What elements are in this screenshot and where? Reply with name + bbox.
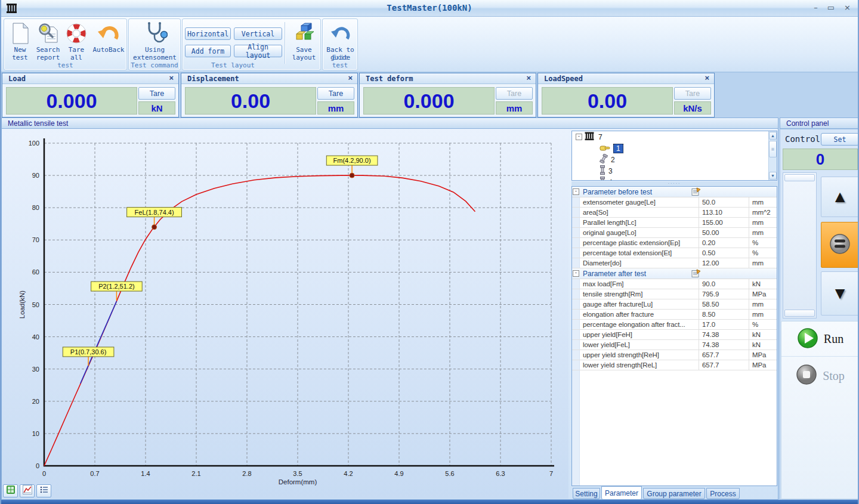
control-panel-title: Control panel: [786, 119, 829, 128]
vertical-button[interactable]: Vertical: [234, 27, 282, 40]
display-title-test-deform: Test deform: [366, 75, 413, 83]
tare-all-button[interactable]: Tare all: [63, 21, 89, 61]
display-close-icon-loadspeed[interactable]: ×: [704, 73, 709, 82]
svg-text:20: 20: [32, 398, 39, 405]
param-row[interactable]: Parallel length[Lc]155.00mm: [572, 218, 777, 228]
param-value: 74.38: [699, 340, 749, 350]
specimen-icon: [600, 177, 605, 181]
tree-scroll-down-icon[interactable]: ▼: [769, 172, 777, 180]
close-button[interactable]: ×: [844, 3, 851, 12]
param-section-collapse-icon-1[interactable]: -: [573, 270, 579, 277]
horizontal-button[interactable]: Horizontal: [185, 27, 231, 40]
display-side-displacement: Taremm: [317, 87, 354, 115]
param-row[interactable]: original gauge[Lo]50.00mm: [572, 228, 777, 238]
param-row[interactable]: Diameter[do]12.00mm: [572, 258, 777, 268]
svg-text:100: 100: [29, 140, 39, 147]
param-value: 113.10: [699, 208, 749, 218]
add-form-button[interactable]: Add form: [185, 45, 231, 57]
tree-item-label-4: 4: [608, 178, 613, 181]
jog-stop-button[interactable]: [821, 222, 859, 268]
display-close-icon-displacement[interactable]: ×: [348, 73, 353, 82]
param-unit: mm: [749, 228, 777, 238]
curve-view-button[interactable]: [20, 484, 35, 497]
param-row[interactable]: tensile strength[Rm]795.9MPa: [572, 289, 777, 299]
tree-root-item[interactable]: -7: [572, 131, 777, 143]
new-test-button[interactable]: New test: [7, 21, 33, 61]
autoback-button[interactable]: AutoBack: [91, 21, 126, 54]
jog-down-icon: ▼: [832, 285, 848, 302]
tree-item-2[interactable]: 2: [572, 154, 777, 165]
param-row[interactable]: area[So]113.10mm^2: [572, 208, 777, 218]
tree-params-splitter[interactable]: ·····: [571, 181, 777, 186]
svg-text:FeL(1.8,74.4): FeL(1.8,74.4): [135, 209, 174, 216]
param-row[interactable]: extensometer gauge[Le]50.0mm: [572, 197, 777, 208]
speed-slider[interactable]: [783, 172, 817, 319]
search-report-button[interactable]: Search report: [34, 21, 62, 61]
param-row[interactable]: max load[Fm]90.0kN: [572, 279, 777, 289]
param-row[interactable]: percentage plastic extension[Ep]0.20%: [572, 238, 777, 248]
param-unit: %: [749, 248, 777, 258]
save-layout-label: Save layout: [288, 46, 320, 61]
param-row[interactable]: percentage total extension[Et]0.50%: [572, 248, 777, 258]
param-value: 795.9: [699, 289, 749, 299]
param-section-header-0[interactable]: -Parameter before test: [572, 187, 777, 197]
display-close-icon-test-deform[interactable]: ×: [526, 73, 531, 82]
param-section-header-1[interactable]: -Parameter after test: [572, 268, 777, 279]
list-view-icon: [39, 485, 49, 497]
align-layout-button[interactable]: Align layout: [234, 45, 282, 57]
minimize-button[interactable]: –: [814, 3, 818, 12]
tare-button-displacement[interactable]: Tare: [317, 87, 354, 100]
param-unit: mm: [749, 258, 777, 268]
param-row[interactable]: lower yield strength[ReL]657.7MPa: [572, 360, 777, 370]
slider-bottom-handle[interactable]: [784, 310, 815, 317]
tab-group-parameter[interactable]: Group parameter: [643, 488, 705, 499]
window-frame-bottom: [1, 500, 858, 504]
group-test-layout: Horizontal Vertical Add form Align layou…: [182, 18, 321, 70]
param-unit: kN: [749, 279, 777, 289]
tree-scrollbar[interactable]: ▲ ≡ ▼: [768, 131, 777, 180]
stop-button[interactable]: Stop: [781, 358, 858, 393]
tare-button-loadspeed[interactable]: Tare: [674, 87, 711, 100]
jog-up-button[interactable]: ▲: [821, 177, 859, 217]
tab-setting[interactable]: Setting: [573, 488, 600, 499]
param-section-collapse-icon-0[interactable]: -: [573, 188, 579, 195]
param-unit: mm: [749, 197, 777, 208]
tree-item-4[interactable]: 4: [572, 177, 777, 181]
svg-text:30: 30: [32, 366, 39, 373]
list-view-button[interactable]: [36, 484, 51, 497]
tab-process[interactable]: Process: [706, 488, 740, 499]
bottom-tabs: SettingParameterGroup parameterProcess: [571, 486, 778, 500]
tree-item-1[interactable]: 1: [572, 143, 777, 154]
param-unit: mm^2: [749, 208, 777, 218]
param-row[interactable]: upper yield strength[ReH]657.7MPa: [572, 350, 777, 360]
jog-down-button[interactable]: ▼: [821, 271, 859, 316]
param-row[interactable]: elongation after fracture8.50mm: [572, 310, 777, 320]
slider-top-handle[interactable]: [784, 174, 815, 181]
tree-root-collapse-icon[interactable]: -: [576, 134, 582, 140]
tare-button-test-deform[interactable]: Tare: [496, 87, 533, 100]
display-unit-test-deform: mm: [496, 101, 533, 115]
restore-button[interactable]: ▭: [827, 3, 835, 12]
param-row[interactable]: upper yield[FeH]74.38kN: [572, 330, 777, 340]
display-close-icon-load[interactable]: ×: [169, 73, 174, 82]
grid-view-button[interactable]: [3, 484, 18, 497]
param-unit: MPa: [749, 360, 777, 370]
run-button[interactable]: Run: [781, 322, 858, 357]
param-unit: mm: [749, 299, 777, 310]
using-extensometer-button[interactable]: Using extensoment: [130, 21, 180, 61]
tree-item-3[interactable]: 3: [572, 165, 777, 177]
set-button[interactable]: Set: [821, 133, 859, 146]
display-panel-displacement: Displacement×0.00Taremm: [181, 73, 358, 118]
save-layout-button[interactable]: Save layout: [288, 21, 320, 61]
group-caption-test-command: Test command: [129, 61, 180, 69]
stop-icon: [795, 363, 818, 388]
param-row[interactable]: lower yield[FeL]74.38kN: [572, 340, 777, 350]
svg-text:1.4: 1.4: [141, 470, 150, 477]
param-row[interactable]: percentage elongation after fract...17.0…: [572, 320, 777, 330]
tab-parameter[interactable]: Parameter: [601, 486, 642, 500]
param-row[interactable]: gauge after fracture[Lu]58.50mm: [572, 299, 777, 310]
tree-scroll-up-icon[interactable]: ▲: [769, 132, 777, 140]
svg-text:70: 70: [32, 236, 39, 243]
tree-scroll-thumb[interactable]: ≡: [769, 141, 777, 157]
tare-button-load[interactable]: Tare: [138, 87, 175, 100]
